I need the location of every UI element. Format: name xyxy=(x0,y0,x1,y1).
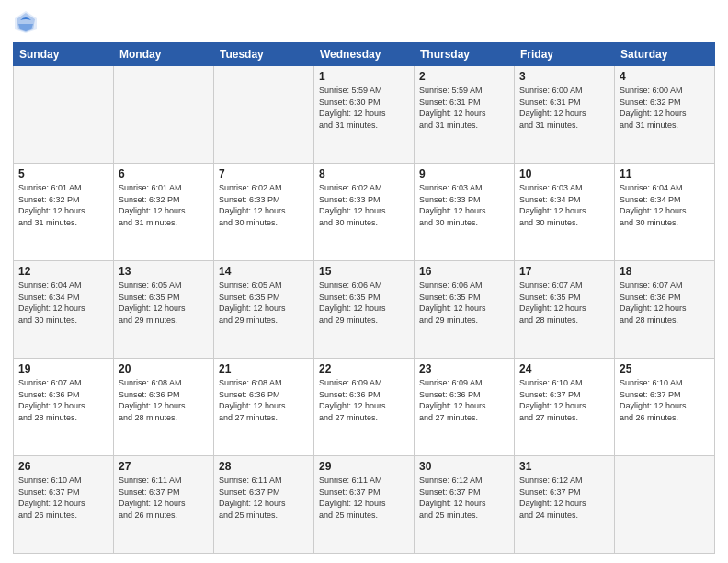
calendar-cell: 4Sunrise: 6:00 AM Sunset: 6:32 PM Daylig… xyxy=(615,66,715,164)
calendar-cell: 19Sunrise: 6:07 AM Sunset: 6:36 PM Dayli… xyxy=(14,359,114,456)
day-number: 11 xyxy=(620,167,710,180)
day-info: Sunrise: 6:03 AM Sunset: 6:34 PM Dayligh… xyxy=(519,182,609,228)
calendar-week-1: 1Sunrise: 5:59 AM Sunset: 6:30 PM Daylig… xyxy=(14,66,715,164)
day-number: 4 xyxy=(620,70,710,83)
calendar-cell: 12Sunrise: 6:04 AM Sunset: 6:34 PM Dayli… xyxy=(14,261,114,359)
calendar-cell: 5Sunrise: 6:01 AM Sunset: 6:32 PM Daylig… xyxy=(14,164,114,261)
calendar-cell: 15Sunrise: 6:06 AM Sunset: 6:35 PM Dayli… xyxy=(314,261,415,359)
calendar-cell xyxy=(214,66,314,164)
col-header-saturday: Saturday xyxy=(615,43,715,66)
day-info: Sunrise: 6:05 AM Sunset: 6:35 PM Dayligh… xyxy=(119,280,209,326)
calendar-header-row: SundayMondayTuesdayWednesdayThursdayFrid… xyxy=(14,43,715,66)
day-info: Sunrise: 6:07 AM Sunset: 6:35 PM Dayligh… xyxy=(519,280,609,326)
day-number: 12 xyxy=(18,265,108,278)
day-number: 9 xyxy=(419,167,509,180)
calendar-cell: 10Sunrise: 6:03 AM Sunset: 6:34 PM Dayli… xyxy=(515,164,615,261)
logo-icon xyxy=(13,9,39,35)
calendar-cell: 22Sunrise: 6:09 AM Sunset: 6:36 PM Dayli… xyxy=(314,359,415,456)
day-number: 3 xyxy=(519,70,609,83)
col-header-monday: Monday xyxy=(114,43,214,66)
day-info: Sunrise: 6:08 AM Sunset: 6:36 PM Dayligh… xyxy=(219,377,309,423)
page: SundayMondayTuesdayWednesdayThursdayFrid… xyxy=(0,0,728,563)
day-info: Sunrise: 6:10 AM Sunset: 6:37 PM Dayligh… xyxy=(519,377,609,423)
calendar-cell: 9Sunrise: 6:03 AM Sunset: 6:33 PM Daylig… xyxy=(415,164,515,261)
calendar-cell: 30Sunrise: 6:12 AM Sunset: 6:37 PM Dayli… xyxy=(415,456,515,554)
calendar-week-5: 26Sunrise: 6:10 AM Sunset: 6:37 PM Dayli… xyxy=(14,456,715,554)
day-info: Sunrise: 6:08 AM Sunset: 6:36 PM Dayligh… xyxy=(119,377,209,423)
day-number: 22 xyxy=(319,362,409,375)
calendar-cell xyxy=(114,66,214,164)
calendar-cell: 23Sunrise: 6:09 AM Sunset: 6:36 PM Dayli… xyxy=(415,359,515,456)
day-number: 19 xyxy=(18,362,108,375)
day-info: Sunrise: 6:05 AM Sunset: 6:35 PM Dayligh… xyxy=(219,280,309,326)
day-info: Sunrise: 5:59 AM Sunset: 6:31 PM Dayligh… xyxy=(419,85,509,131)
day-number: 21 xyxy=(219,362,309,375)
calendar-week-4: 19Sunrise: 6:07 AM Sunset: 6:36 PM Dayli… xyxy=(14,359,715,456)
day-number: 13 xyxy=(119,265,209,278)
calendar-cell: 13Sunrise: 6:05 AM Sunset: 6:35 PM Dayli… xyxy=(114,261,214,359)
day-number: 27 xyxy=(119,460,209,473)
day-info: Sunrise: 6:06 AM Sunset: 6:35 PM Dayligh… xyxy=(419,280,509,326)
day-number: 7 xyxy=(219,167,309,180)
day-info: Sunrise: 6:12 AM Sunset: 6:37 PM Dayligh… xyxy=(419,475,509,521)
calendar-cell: 17Sunrise: 6:07 AM Sunset: 6:35 PM Dayli… xyxy=(515,261,615,359)
calendar-cell: 29Sunrise: 6:11 AM Sunset: 6:37 PM Dayli… xyxy=(314,456,415,554)
calendar-cell: 20Sunrise: 6:08 AM Sunset: 6:36 PM Dayli… xyxy=(114,359,214,456)
calendar-cell: 26Sunrise: 6:10 AM Sunset: 6:37 PM Dayli… xyxy=(14,456,114,554)
calendar-week-3: 12Sunrise: 6:04 AM Sunset: 6:34 PM Dayli… xyxy=(14,261,715,359)
day-info: Sunrise: 6:04 AM Sunset: 6:34 PM Dayligh… xyxy=(18,280,108,326)
day-number: 28 xyxy=(219,460,309,473)
calendar-cell: 16Sunrise: 6:06 AM Sunset: 6:35 PM Dayli… xyxy=(415,261,515,359)
day-info: Sunrise: 6:12 AM Sunset: 6:37 PM Dayligh… xyxy=(519,475,609,521)
day-info: Sunrise: 6:01 AM Sunset: 6:32 PM Dayligh… xyxy=(119,182,209,228)
day-info: Sunrise: 6:09 AM Sunset: 6:36 PM Dayligh… xyxy=(319,377,409,423)
calendar-cell: 7Sunrise: 6:02 AM Sunset: 6:33 PM Daylig… xyxy=(214,164,314,261)
calendar-cell: 1Sunrise: 5:59 AM Sunset: 6:30 PM Daylig… xyxy=(314,66,415,164)
col-header-sunday: Sunday xyxy=(14,43,114,66)
day-number: 29 xyxy=(319,460,409,473)
calendar-cell: 28Sunrise: 6:11 AM Sunset: 6:37 PM Dayli… xyxy=(214,456,314,554)
logo xyxy=(13,9,42,35)
col-header-tuesday: Tuesday xyxy=(214,43,314,66)
day-info: Sunrise: 6:02 AM Sunset: 6:33 PM Dayligh… xyxy=(219,182,309,228)
day-info: Sunrise: 6:11 AM Sunset: 6:37 PM Dayligh… xyxy=(219,475,309,521)
calendar-cell xyxy=(615,456,715,554)
calendar-cell: 11Sunrise: 6:04 AM Sunset: 6:34 PM Dayli… xyxy=(615,164,715,261)
calendar-cell xyxy=(14,66,114,164)
day-number: 2 xyxy=(419,70,509,83)
day-number: 31 xyxy=(519,460,609,473)
day-info: Sunrise: 6:07 AM Sunset: 6:36 PM Dayligh… xyxy=(620,280,710,326)
day-number: 25 xyxy=(620,362,710,375)
day-info: Sunrise: 6:10 AM Sunset: 6:37 PM Dayligh… xyxy=(18,475,108,521)
header xyxy=(13,9,715,35)
day-info: Sunrise: 6:11 AM Sunset: 6:37 PM Dayligh… xyxy=(119,475,209,521)
day-number: 20 xyxy=(119,362,209,375)
calendar-cell: 24Sunrise: 6:10 AM Sunset: 6:37 PM Dayli… xyxy=(515,359,615,456)
day-number: 1 xyxy=(319,70,409,83)
day-number: 10 xyxy=(519,167,609,180)
day-number: 26 xyxy=(18,460,108,473)
day-info: Sunrise: 6:04 AM Sunset: 6:34 PM Dayligh… xyxy=(620,182,710,228)
day-number: 17 xyxy=(519,265,609,278)
calendar-week-2: 5Sunrise: 6:01 AM Sunset: 6:32 PM Daylig… xyxy=(14,164,715,261)
calendar-cell: 6Sunrise: 6:01 AM Sunset: 6:32 PM Daylig… xyxy=(114,164,214,261)
day-number: 23 xyxy=(419,362,509,375)
day-number: 14 xyxy=(219,265,309,278)
day-number: 30 xyxy=(419,460,509,473)
col-header-thursday: Thursday xyxy=(415,43,515,66)
calendar-cell: 18Sunrise: 6:07 AM Sunset: 6:36 PM Dayli… xyxy=(615,261,715,359)
day-info: Sunrise: 6:10 AM Sunset: 6:37 PM Dayligh… xyxy=(620,377,710,423)
calendar-cell: 8Sunrise: 6:02 AM Sunset: 6:33 PM Daylig… xyxy=(314,164,415,261)
day-info: Sunrise: 6:00 AM Sunset: 6:32 PM Dayligh… xyxy=(620,85,710,131)
day-number: 5 xyxy=(18,167,108,180)
calendar-cell: 25Sunrise: 6:10 AM Sunset: 6:37 PM Dayli… xyxy=(615,359,715,456)
day-info: Sunrise: 6:06 AM Sunset: 6:35 PM Dayligh… xyxy=(319,280,409,326)
day-info: Sunrise: 6:11 AM Sunset: 6:37 PM Dayligh… xyxy=(319,475,409,521)
calendar-cell: 3Sunrise: 6:00 AM Sunset: 6:31 PM Daylig… xyxy=(515,66,615,164)
day-number: 18 xyxy=(620,265,710,278)
day-number: 15 xyxy=(319,265,409,278)
calendar-cell: 31Sunrise: 6:12 AM Sunset: 6:37 PM Dayli… xyxy=(515,456,615,554)
day-info: Sunrise: 5:59 AM Sunset: 6:30 PM Dayligh… xyxy=(319,85,409,131)
day-info: Sunrise: 6:01 AM Sunset: 6:32 PM Dayligh… xyxy=(18,182,108,228)
day-number: 24 xyxy=(519,362,609,375)
